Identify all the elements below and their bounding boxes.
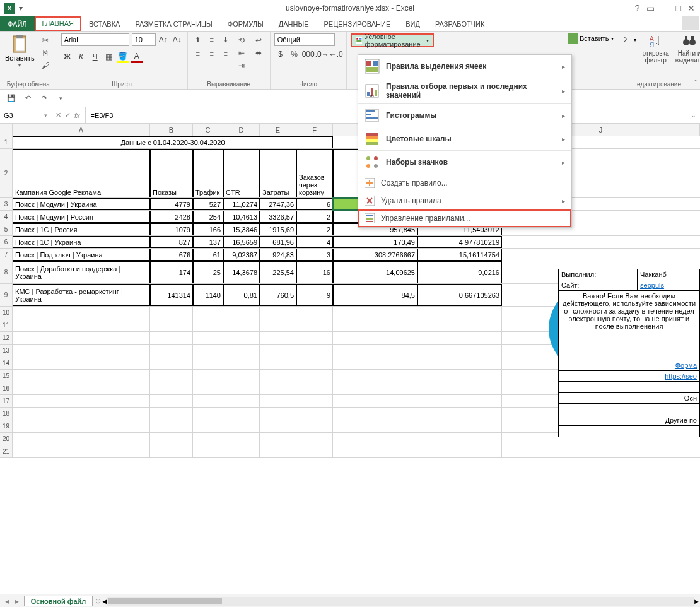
row-header[interactable]: 11 [0,319,13,331]
cut-icon[interactable]: ✂ [39,35,52,46]
cell[interactable]: 9 [296,284,333,306]
enter-formula-icon[interactable]: ✓ [65,111,71,119]
minimize-icon[interactable]: ― [661,3,670,13]
cell[interactable]: Поиск | 1С | Россия [13,223,150,235]
border-button[interactable]: ▦ [103,50,115,63]
insert-cells-label[interactable]: Вставить [580,35,609,42]
find-select-button[interactable]: Найти и выделить [675,33,700,64]
row-header[interactable]: 7 [0,249,13,261]
accounting-format-icon[interactable]: $ [274,48,287,61]
merge-cells-icon[interactable]: ⬌ [252,47,265,59]
ribbon-display-icon[interactable]: ▭ [646,3,655,13]
increase-indent-icon[interactable]: ⇥ [235,60,248,71]
qat-dropdown-icon[interactable]: ▾ [19,4,23,13]
underline-button[interactable]: Ч [89,50,102,63]
menu-clear-rules[interactable]: Удалить правила ▸ [358,192,571,209]
cell[interactable]: 11,0274 [223,198,260,210]
align-right-icon[interactable]: ≡ [219,47,232,60]
tab-review[interactable]: РЕЦЕНЗИРОВАНИЕ [316,16,398,31]
cell[interactable]: 166 [193,223,223,235]
tab-developer[interactable]: РАЗРАБОТЧИК [428,16,492,31]
row-header[interactable]: 1 [0,136,13,148]
align-top-icon[interactable]: ⬆ [192,33,204,46]
decrease-font-icon[interactable]: A↓ [171,33,184,46]
align-center-icon[interactable]: ≡ [206,47,218,60]
cell[interactable]: 170,49 [333,236,417,248]
new-sheet-icon[interactable]: ⊕ [95,597,101,605]
cell[interactable]: 760,5 [260,284,296,306]
cell[interactable]: 676 [150,249,193,261]
cell-header-orders[interactable]: Заказов через корзину [296,149,333,197]
menu-new-rule[interactable]: Создать правило... [358,174,571,192]
maximize-icon[interactable]: □ [676,3,681,13]
undo-icon[interactable]: ↶ [21,92,34,105]
cell[interactable]: 25 [193,261,223,283]
cell[interactable]: 9,0216 [417,261,502,283]
row-header[interactable]: 8 [0,261,13,283]
cell[interactable]: 2428 [150,211,193,223]
row-header[interactable]: 9 [0,284,13,306]
comma-format-icon[interactable]: 000 [302,48,315,61]
col-header-c[interactable]: C [193,124,223,136]
cell[interactable]: 9,02367 [223,249,260,261]
cell[interactable]: Поиск | 1С | Украина [13,236,150,248]
cell[interactable]: 174 [150,261,193,283]
cell[interactable]: 3326,57 [260,211,296,223]
decrease-decimal-icon[interactable]: ←.0 [330,48,342,61]
align-left-icon[interactable]: ≡ [192,47,204,60]
percent-format-icon[interactable]: % [288,48,301,61]
cell[interactable]: 2 [296,223,333,235]
collapse-ribbon-icon[interactable]: ˄ [694,79,697,88]
cell[interactable]: 2747,36 [260,198,296,210]
cell[interactable]: Поиск | Доработка и поддержка | Украина [13,261,150,283]
row-header[interactable]: 21 [0,445,13,457]
number-format-select[interactable]: Общий [274,33,335,46]
format-painter-icon[interactable]: 🖌 [39,60,52,71]
cell[interactable]: 0,81 [223,284,260,306]
cell[interactable]: 1915,69 [260,223,296,235]
tab-data[interactable]: ДАННЫЕ [271,16,317,31]
redo-icon[interactable]: ↷ [38,92,50,105]
cell-header-campaign[interactable]: Кампания Google Реклама [13,149,150,197]
qat-customize-icon[interactable]: ▾ [54,92,67,105]
cell[interactable]: 14,09625 [333,261,417,283]
autosum-icon[interactable]: Σ [620,33,633,46]
font-color-button[interactable]: A [131,50,143,63]
col-header-b[interactable]: B [150,124,193,136]
menu-icon-sets[interactable]: Наборы значков ▸ [358,151,571,174]
row-header[interactable]: 17 [0,395,13,407]
orientation-icon[interactable]: ⟲ [235,35,248,46]
row-header[interactable]: 2 [0,149,13,197]
cell[interactable]: 141314 [150,284,193,306]
cell[interactable]: 254 [193,211,223,223]
cell[interactable]: 0,667105263 [417,284,502,306]
cell[interactable]: 4,977810219 [417,236,502,248]
cell-header-ctr[interactable]: CTR [223,149,260,197]
expand-formula-bar-icon[interactable]: ⌄ [691,112,700,119]
paste-button[interactable]: Вставить ▾ [4,33,36,69]
col-header-d[interactable]: D [223,124,260,136]
cell[interactable]: 137 [193,236,223,248]
cell-header-traffic[interactable]: Трафик [193,149,223,197]
sheet-tab-main[interactable]: Основной файл [24,596,93,606]
cell-header-cost[interactable]: Затраты [260,149,296,197]
wrap-text-icon[interactable]: ↩ [252,35,265,46]
tab-view[interactable]: ВИД [398,16,428,31]
help-icon[interactable]: ? [635,3,640,13]
menu-manage-rules[interactable]: Управление правилами... [358,209,571,227]
italic-button[interactable]: К [75,50,88,63]
menu-color-scales[interactable]: Цветовые шкалы ▸ [358,127,571,151]
cell[interactable]: 10,4613 [223,211,260,223]
sheet-nav-prev-icon[interactable]: ◄ [4,598,11,605]
row-header[interactable]: 14 [0,357,13,369]
cell[interactable]: 14,3678 [223,261,260,283]
font-name-select[interactable]: Arial [61,33,129,46]
cell[interactable]: 308,2766667 [333,249,417,261]
menu-data-bars[interactable]: Гистограммы ▸ [358,104,571,127]
worksheet-grid[interactable]: A B C D E F J 1 Данные с 01.04.2020-30.0… [0,124,700,594]
bold-button[interactable]: Ж [61,50,74,63]
cell[interactable]: 15,16114754 [417,249,502,261]
cell[interactable]: Поиск | Модули | Россия [13,211,150,223]
cell[interactable]: 681,96 [260,236,296,248]
menu-top-bottom[interactable]: 10 Правила отбора первых и последних зна… [358,78,571,104]
